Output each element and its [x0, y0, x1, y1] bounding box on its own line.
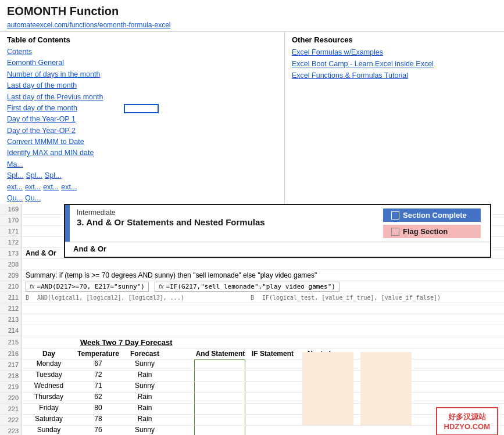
and-or-label: And & Or [73, 245, 482, 253]
section-complete-checkbox [391, 211, 399, 220]
modal-blue-bar [65, 205, 70, 242]
resource-link-formulas[interactable]: Excel Formulas w/Examples [292, 46, 497, 58]
sheet-row-216: 216 Day Temperature Forecast And Stateme… [0, 348, 504, 359]
and-chart-top [194, 359, 245, 370]
toc-link-contents[interactable]: Cotents [7, 46, 284, 57]
toc-title: Table of Contents [7, 35, 284, 44]
summary-text: Summary: if (temp is >= 70 degrees AND s… [22, 271, 317, 279]
toc-link-firstday[interactable]: First day of the month [7, 103, 77, 114]
toc-link-lastday[interactable]: Last day of the month [7, 80, 284, 91]
toc-link-ext1[interactable]: ext... [7, 182, 23, 193]
sheet-row-209: 209 Summary: if (temp is >= 70 degrees A… [0, 270, 504, 281]
toc-link-qu2[interactable]: Qu... [25, 193, 41, 204]
flag-section-checkbox [391, 228, 399, 236]
toc-link-yearop1[interactable]: Day of the Year-OP 1 [7, 114, 284, 125]
section-complete-button[interactable]: Section Complete [383, 208, 481, 222]
page-header: EOMONTH Function automateexcel.com/funct… [0, 0, 504, 32]
sheet-row-219: 219 Wednesd 71 Sunny [0, 382, 504, 393]
toc-link-spl1[interactable]: Spl... [7, 170, 24, 181]
fx-label-2: fx [159, 283, 164, 290]
sheet-row-211: 211 B AND(logical1, [logical2], [logical… [0, 292, 504, 303]
if-chart-box [302, 352, 353, 425]
sheet-row-220: 220 Thursday 62 Rain [0, 393, 504, 404]
page-title: EOMONTH Function [0, 0, 504, 19]
and-chart-mid4 [194, 404, 245, 414]
table-title-cell: Week Two 7 Day Forecast [22, 338, 172, 347]
toc-link-numdays[interactable]: Number of days in the month [7, 69, 284, 80]
first-day-input[interactable] [124, 104, 159, 113]
modal-buttons: Section Complete Flag Section [374, 205, 490, 242]
sheet-row-218: 218 Tuesday 72 Rain [0, 371, 504, 382]
toc-link-ext4[interactable]: ext... [61, 182, 77, 193]
sheet-row-213: 213 [0, 314, 504, 325]
sheet-row-214: 214 [0, 325, 504, 336]
sheet-row-215: 215 Week Two 7 Day Forecast [0, 336, 504, 348]
toc-link-ext3[interactable]: ext... [43, 182, 59, 193]
sheet-row-223: 223 Sunday 76 Sunny [0, 426, 504, 435]
formula-bar-2: fx =IF(G217,"sell lemonade","play video … [155, 282, 339, 292]
formula-bar-1: fx =AND(D217>=70, E217="sunny") [26, 282, 149, 292]
and-chart-mid5 [194, 415, 245, 425]
resource-link-functions[interactable]: Excel Functions & Formulas Tutorial [292, 70, 497, 81]
toc-link-qu1[interactable]: Qu... [7, 193, 23, 204]
and-chart-mid3 [194, 393, 245, 403]
modal-level: Intermediate [77, 208, 367, 217]
formula-hint-1: AND(logical1, [logical2], [logical3], ..… [37, 294, 184, 301]
modal-section-title: 3. And & Or Statements and Nested Formul… [77, 217, 367, 227]
toc-link-ma[interactable]: Ma... [7, 159, 284, 170]
flag-section-button[interactable]: Flag Section [383, 225, 481, 238]
modal-header: Intermediate 3. And & Or Statements and … [65, 205, 490, 242]
formula-2-text: =IF(G217,"sell lemonade","play video gam… [166, 283, 335, 290]
formula-hint-b2: B [251, 294, 254, 301]
toc-link-general[interactable]: Eomonth General [7, 57, 284, 69]
page-url[interactable]: automateexcel.com/functions/eomonth-form… [7, 21, 170, 29]
sheet-row-208: 208 [0, 259, 504, 270]
modal-body: And & Or [65, 242, 490, 257]
and-chart-mid2 [194, 382, 245, 392]
nested-chart-box [360, 352, 412, 425]
fx-label-1: fx [30, 283, 35, 290]
toc-link-lastdayprev[interactable]: Last day of the Previus month [7, 92, 284, 103]
formula-1-text: =AND(D217>=70, E217="sunny") [37, 283, 145, 290]
modal-box: Intermediate 3. And & Or Statements and … [64, 204, 491, 258]
other-resources-title: Other Resources [292, 35, 497, 44]
toc-link-spl3[interactable]: Spl... [45, 170, 62, 181]
and-chart-mid1 [194, 371, 245, 381]
sheet-row-221: 221 Friday 80 Rain [0, 404, 504, 415]
toc-link-ext2[interactable]: ext... [25, 182, 41, 193]
sheet-row-222: 222 Saturday 78 Rain [0, 415, 504, 426]
sheet-row-210: 210 fx =AND(D217>=70, E217="sunny") fx =… [0, 281, 504, 292]
formula-hint-2: IF(logical_test, [value_if_true], [value… [262, 294, 441, 301]
toc-link-spl2[interactable]: Spl... [26, 170, 43, 181]
formula-hint-b: B [26, 294, 29, 301]
toc-link-yearop2[interactable]: Day of the Year-OP 2 [7, 125, 284, 136]
sheet-row-217: 217 Monday 67 Sunny [0, 359, 504, 371]
resource-link-bootcamp[interactable]: Excel Boot Camp - Learn Excel inside Exc… [292, 58, 497, 70]
sheet-row-212: 212 [0, 303, 504, 314]
toc-link-maxmin[interactable]: Identify MAX and MIN date [7, 148, 284, 159]
and-chart-bottom [194, 426, 245, 435]
toc-link-convertmmmm[interactable]: Convert MMMM to Date [7, 136, 284, 148]
watermark: 好多汉源站HDZYO.COM [436, 407, 498, 435]
